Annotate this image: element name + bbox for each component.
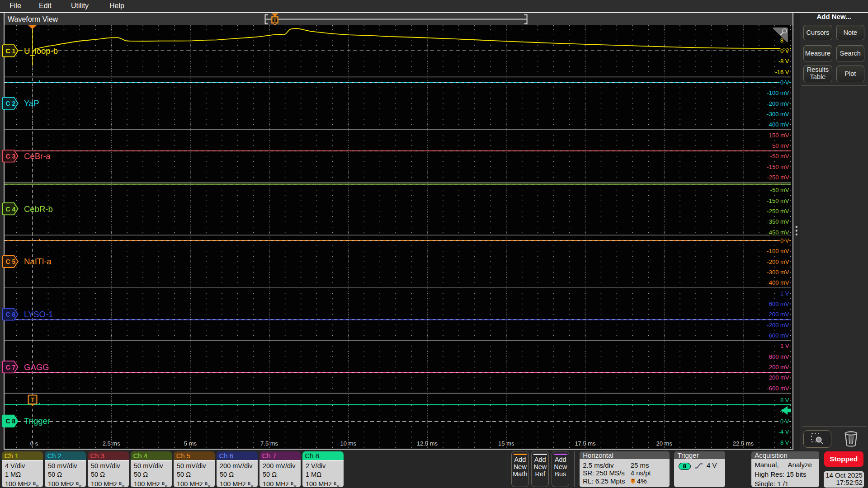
svg-text:NaITl-a: NaITl-a: [24, 257, 52, 266]
svg-text:600 mV: 600 mV: [769, 353, 789, 360]
svg-text:CeBr-a: CeBr-a: [24, 151, 51, 161]
svg-text:-50 mV: -50 mV: [770, 153, 789, 160]
svg-text:-16 V: -16 V: [775, 69, 789, 75]
svg-text:-350 mV: -350 mV: [767, 218, 789, 225]
svg-text:8 V: 8 V: [780, 397, 789, 404]
svg-text:-8 V: -8 V: [778, 58, 789, 65]
svg-text:-100 mV: -100 mV: [767, 248, 789, 254]
svg-text:0 V: 0 V: [780, 79, 789, 86]
svg-text:-600 mV: -600 mV: [767, 385, 789, 392]
svg-text:YaP: YaP: [24, 99, 39, 108]
svg-text:2.5 ms: 2.5 ms: [103, 440, 121, 447]
svg-text:C 5: C 5: [6, 258, 16, 265]
svg-text:0 s: 0 s: [30, 440, 38, 447]
svg-text:50 mV: 50 mV: [772, 142, 789, 149]
svg-text:-250 mV: -250 mV: [767, 174, 789, 181]
svg-text:GAGG: GAGG: [24, 362, 49, 372]
svg-text:-200 mV: -200 mV: [767, 374, 789, 381]
svg-text:15 ms: 15 ms: [498, 440, 514, 447]
svg-text:1 V: 1 V: [780, 343, 789, 349]
svg-text:0 V: 0 V: [780, 418, 789, 425]
svg-text:T: T: [31, 396, 34, 403]
svg-text:-250 mV: -250 mV: [767, 208, 789, 215]
svg-text:C 6: C 6: [6, 311, 16, 318]
svg-text:-200 mV: -200 mV: [767, 100, 789, 107]
svg-text:0 V: 0 V: [780, 47, 789, 54]
svg-text:T: T: [274, 17, 277, 23]
svg-text:C 4: C 4: [6, 206, 16, 213]
svg-text:-300 mV: -300 mV: [767, 269, 789, 276]
svg-text:1 V: 1 V: [780, 290, 789, 297]
svg-text:C 8: C 8: [6, 418, 16, 425]
svg-text:5 ms: 5 ms: [184, 440, 197, 447]
svg-text:T: T: [632, 479, 634, 483]
svg-text:17.5 ms: 17.5 ms: [575, 440, 596, 447]
svg-text:20 ms: 20 ms: [656, 440, 673, 447]
svg-text:-8 V: -8 V: [778, 439, 789, 446]
svg-text:C 2: C 2: [6, 100, 16, 107]
svg-text:200 mV: 200 mV: [769, 364, 789, 371]
svg-text:10 ms: 10 ms: [340, 440, 357, 447]
svg-text:-100 mV: -100 mV: [767, 89, 789, 96]
svg-text:Trigger: Trigger: [24, 416, 50, 426]
svg-text:150 mV: 150 mV: [769, 132, 789, 139]
svg-text:CebR-b: CebR-b: [24, 204, 53, 214]
svg-text:7.5 ms: 7.5 ms: [260, 440, 278, 447]
svg-text:U_loop-b: U_loop-b: [24, 46, 58, 56]
svg-text:-450 mV: -450 mV: [767, 229, 789, 236]
svg-text:12.5 ms: 12.5 ms: [417, 440, 438, 447]
svg-text:C 3: C 3: [6, 153, 16, 160]
svg-text:-150 mV: -150 mV: [767, 164, 789, 170]
svg-text:-4 V: -4 V: [778, 428, 789, 435]
svg-text:-400 mV: -400 mV: [767, 279, 789, 286]
svg-text:0 V: 0 V: [780, 237, 789, 244]
svg-text:8: 8: [780, 37, 783, 44]
svg-text:-200 mV: -200 mV: [767, 322, 789, 328]
svg-text:-300 mV: -300 mV: [767, 111, 789, 117]
svg-text:-150 mV: -150 mV: [767, 197, 789, 204]
svg-text:-600 mV: -600 mV: [767, 332, 789, 339]
svg-text:200 mV: 200 mV: [769, 311, 789, 318]
svg-text:22.5 ms: 22.5 ms: [733, 440, 754, 447]
svg-text:C 7: C 7: [6, 364, 16, 371]
svg-text:-50 mV: -50 mV: [770, 187, 789, 193]
svg-text:600 mV: 600 mV: [769, 300, 789, 307]
svg-text:C 1: C 1: [6, 47, 16, 55]
svg-text:LYSO-1: LYSO-1: [24, 310, 53, 319]
svg-text:-200 mV: -200 mV: [767, 258, 789, 265]
svg-text:-400 mV: -400 mV: [767, 121, 789, 128]
